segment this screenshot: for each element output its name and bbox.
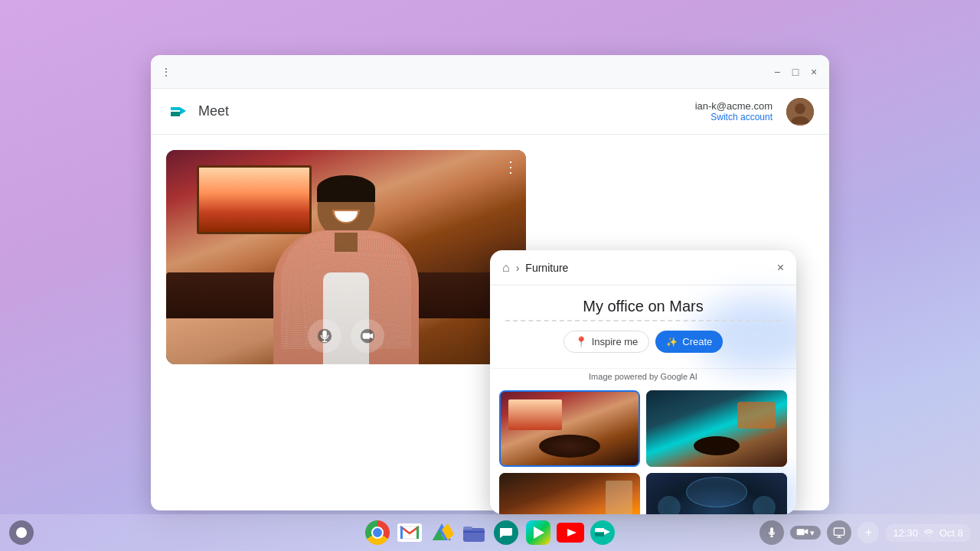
close-button[interactable]: ×	[808, 66, 820, 78]
breadcrumb-current: Furniture	[525, 262, 568, 274]
switch-account-link[interactable]: Switch account	[695, 112, 773, 122]
sparkle-icon: ✨	[666, 337, 678, 347]
user-avatar	[786, 98, 814, 126]
breadcrumb-separator: ›	[516, 262, 520, 274]
bg-actions: 📍 Inspire me ✨ Create	[505, 331, 781, 353]
background-selector-popup: ⌂ › Furniture × My office on Mars 📍 Insp…	[490, 250, 796, 514]
window-titlebar: ⋮ − □ ×	[151, 55, 829, 89]
taskbar-chrome-icon[interactable]	[364, 519, 391, 546]
svg-rect-12	[416, 527, 419, 539]
bg-title: My office on Mars	[505, 298, 781, 321]
meet-account-info: ian-k@acme.com Switch account	[695, 100, 773, 122]
screen-capture-icon[interactable]	[827, 520, 851, 545]
svg-point-2	[795, 103, 805, 114]
taskbar-files-icon[interactable]	[460, 519, 488, 546]
breadcrumb-home-icon[interactable]: ⌂	[502, 261, 510, 275]
breadcrumb: ⌂ › Furniture	[502, 261, 568, 275]
svg-rect-11	[400, 527, 403, 539]
system-tray[interactable]: 12:30 Oct 8	[885, 524, 971, 542]
system-time: 12:30	[893, 527, 918, 539]
meet-app-title: Meet	[198, 103, 229, 119]
svg-rect-14	[463, 527, 472, 530]
taskbar-left	[9, 520, 34, 545]
taskbar-meet-icon[interactable]	[589, 519, 616, 546]
taskbar-right: ▾ + 12:30 Oct 8	[760, 520, 971, 545]
bg-image-4[interactable]	[646, 473, 787, 514]
inspire-me-button[interactable]: 📍 Inspire me	[564, 331, 650, 353]
mic-status-icon[interactable]	[760, 520, 784, 545]
account-email: ian-k@acme.com	[695, 100, 773, 112]
window-controls: ⋮	[160, 66, 172, 78]
camera-chevron-icon[interactable]: ▾	[810, 528, 815, 538]
video-more-options[interactable]: ⋮	[503, 158, 518, 176]
bg-title-section: My office on Mars 📍 Inspire me ✨ Create	[490, 285, 796, 368]
video-preview: ⋮	[166, 150, 526, 364]
taskbar-app-icons	[364, 519, 616, 546]
taskbar-play-icon[interactable]	[524, 519, 552, 546]
meet-logo-icon	[166, 99, 191, 124]
svg-rect-19	[595, 528, 604, 532]
bg-selector-close-button[interactable]: ×	[777, 259, 784, 276]
create-button[interactable]: ✨ Create	[655, 331, 723, 353]
svg-rect-24	[835, 528, 844, 535]
more-options-button[interactable]: ⋮	[160, 66, 172, 78]
taskbar-gmail-icon[interactable]	[396, 519, 423, 546]
wifi-icon	[923, 527, 935, 538]
minimize-button[interactable]: −	[771, 66, 783, 78]
taskbar: ▾ + 12:30 Oct 8	[0, 514, 980, 551]
svg-rect-5	[363, 333, 371, 338]
bg-image-3[interactable]	[499, 473, 640, 514]
mic-toggle-button[interactable]	[308, 319, 341, 353]
camera-status-group: ▾	[790, 526, 821, 540]
camera-toggle-button[interactable]	[351, 319, 384, 353]
taskbar-chat-icon[interactable]	[492, 519, 520, 546]
svg-rect-20	[595, 533, 604, 536]
bg-selector-header: ⌂ › Furniture ×	[490, 250, 796, 285]
taskbar-add-button[interactable]: +	[858, 522, 879, 543]
svg-rect-13	[463, 528, 485, 542]
background-image-grid: ✓	[490, 390, 796, 514]
video-section: ⋮	[151, 135, 541, 510]
taskbar-youtube-icon[interactable]	[557, 519, 584, 546]
meet-header: Meet ian-k@acme.com Switch account	[151, 89, 829, 135]
maximize-button[interactable]: □	[789, 66, 802, 78]
system-date: Oct 8	[939, 527, 963, 539]
bg-image-2[interactable]	[646, 390, 787, 467]
video-controls	[308, 319, 384, 353]
bg-image-1[interactable]: ✓	[499, 390, 640, 467]
svg-rect-23	[797, 529, 805, 535]
camera-status-icon[interactable]	[796, 527, 808, 538]
chromeos-circle-button[interactable]	[9, 520, 34, 545]
taskbar-drive-icon[interactable]	[428, 519, 456, 546]
location-pin-icon: 📍	[575, 336, 587, 347]
